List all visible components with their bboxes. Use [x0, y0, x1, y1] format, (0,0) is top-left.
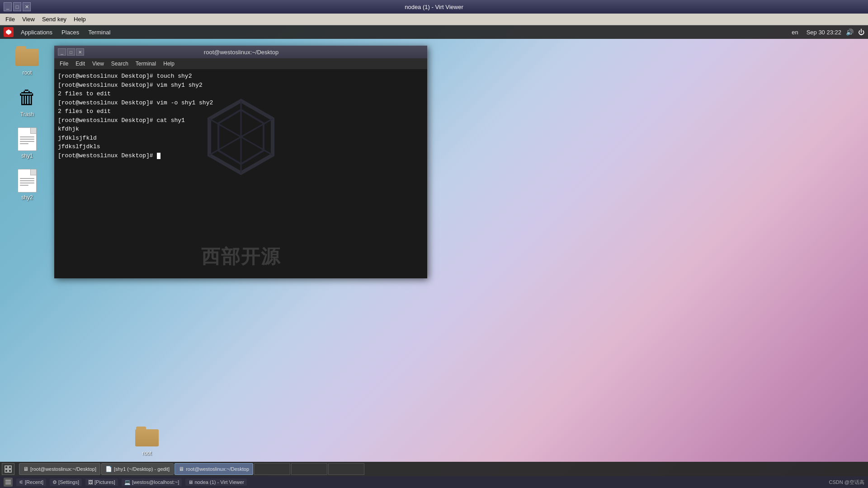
terminal-line-4: [root@westoslinux Desktop]# vim -o shy1 …	[58, 99, 424, 108]
terminal-minimize[interactable]: _	[58, 48, 66, 56]
terminal-menu-view[interactable]: View	[89, 60, 108, 68]
sysbar-pictures[interactable]: 🖼 [Pictures]	[85, 479, 118, 486]
applications-icon	[4, 27, 14, 37]
panel-lang[interactable]: en	[788, 27, 802, 38]
menu-file[interactable]: File	[2, 15, 19, 23]
desktop-icon-root[interactable]: root	[9, 43, 45, 76]
taskbar-label-gedit: [shy1 (~/Desktop) - gedit]	[114, 466, 170, 472]
svg-rect-7	[9, 466, 11, 469]
terminal-menu-terminal[interactable]: Terminal	[132, 60, 160, 68]
taskbar-item-terminal2[interactable]: 🖥 root@westoslinux:~/Desktop	[175, 463, 253, 475]
menu-help[interactable]: Help	[70, 15, 90, 23]
taskbar-item-gedit[interactable]: 📄 [shy1 (~/Desktop) - gedit]	[101, 463, 174, 475]
terminal2-icon: 🖥	[179, 466, 184, 472]
terminal-line-7: kfdhjk	[58, 125, 424, 134]
icon-label-shy1: shy1	[21, 153, 33, 159]
menu-view[interactable]: View	[19, 15, 38, 23]
svg-rect-12	[5, 483, 11, 484]
close-button[interactable]: ✕	[23, 2, 31, 11]
terminal-maximize[interactable]: □	[67, 48, 75, 56]
virt-viewer-window: _ □ ✕ nodea (1) - Virt Viewer File View …	[0, 0, 868, 488]
terminal-titlebar: _ □ ✕ root@westoslinux:~/Desktop	[54, 46, 427, 58]
taskbar-label-terminal2: root@westoslinux:~/Desktop	[186, 466, 249, 472]
folder-image-bottom	[134, 424, 160, 449]
panel-terminal[interactable]: Terminal	[85, 27, 114, 38]
terminal-menubar: File Edit View Search Terminal Help	[54, 58, 427, 69]
terminal-window: _ □ ✕ root@westoslinux:~/Desktop File Ed…	[54, 46, 427, 278]
terminal-title: root@westoslinux:~/Desktop	[84, 49, 398, 56]
terminal-menu-file[interactable]: File	[56, 60, 72, 68]
sysbar-recent[interactable]: ⚟ [Recent]	[16, 479, 46, 486]
terminal-line-5: 2 files to edit	[58, 107, 424, 116]
top-panel-left: Applications Places Terminal	[4, 27, 114, 38]
desktop-icons: root 🗑 Trash	[9, 43, 45, 201]
power-icon[interactable]: ⏻	[858, 28, 864, 36]
virt-viewer-titlebar: _ □ ✕ nodea (1) - Virt Viewer	[0, 0, 868, 14]
terminal-line-6: [root@westoslinux Desktop]# cat shy1	[58, 116, 424, 125]
desktop-icon-shy2[interactable]: shy2	[9, 168, 45, 201]
terminal-line-active: [root@westoslinux Desktop]#	[58, 151, 424, 160]
icon-label-root: root	[23, 70, 32, 76]
minimize-button[interactable]: _	[4, 2, 12, 11]
gedit-icon: 📄	[105, 466, 112, 472]
sysbar-right: CSDN @空话高	[829, 479, 864, 486]
svg-rect-9	[9, 469, 11, 472]
terminal-menu-edit[interactable]: Edit	[72, 60, 89, 68]
desktop-area: Applications Places Terminal en Sep 30 2…	[0, 25, 868, 488]
terminal-menu-search[interactable]: Search	[108, 60, 132, 68]
sysbar-left: ⚟ [Recent] ⚙ [Settings] 🖼 [Pictures] 💻 […	[4, 478, 247, 487]
taskbar-show-desktop[interactable]	[2, 463, 14, 475]
desktop-icon-trash[interactable]: 🗑 Trash	[9, 85, 45, 117]
terminal-line-9: jfdkslfjdkls	[58, 142, 424, 151]
sysbar-brand: CSDN @空话高	[829, 479, 864, 485]
terminal-line-8: jfdklsjfkld	[58, 134, 424, 143]
top-panel-right: en Sep 30 23:22 🔊 ⏻	[788, 27, 864, 38]
shy2-image	[14, 168, 40, 193]
desktop-icon-root-bottom[interactable]: root	[129, 424, 165, 456]
bottom-taskbar: 🖥 [root@westoslinux:~/Desktop] 📄 [shy1 (…	[0, 462, 868, 476]
taskbar-empty-3	[328, 463, 364, 475]
terminal-menu-help[interactable]: Help	[160, 60, 178, 68]
icon-label-shy2: shy2	[21, 194, 33, 201]
icon-label-trash: Trash	[20, 111, 34, 117]
watermark-text: 西部开源	[201, 244, 281, 269]
taskbar-label-terminal1: [root@westoslinux:~/Desktop]	[30, 466, 96, 472]
desktop-icon-shy1[interactable]: shy1	[9, 127, 45, 159]
system-bar: ⚟ [Recent] ⚙ [Settings] 🖼 [Pictures] 💻 […	[0, 476, 868, 488]
sysbar-menu-btn[interactable]	[4, 478, 13, 487]
terminal-line-2: [root@westoslinux Desktop]# vim shy1 shy…	[58, 81, 424, 90]
sysbar-virtviewer[interactable]: 🖥 nodea (1) - Virt Viewer	[185, 479, 247, 486]
terminal-line-3: 2 files to edit	[58, 89, 424, 99]
maximize-button[interactable]: □	[13, 2, 21, 11]
terminal-line-1: [root@westoslinux Desktop]# touch shy2	[58, 72, 424, 81]
shy1-image	[14, 127, 40, 152]
taskbar-empty-2	[291, 463, 327, 475]
svg-rect-6	[5, 466, 8, 469]
trash-icon: 🗑	[18, 87, 37, 108]
svg-marker-0	[6, 29, 11, 35]
top-panel: Applications Places Terminal en Sep 30 2…	[0, 25, 868, 39]
taskbar-empty-1	[254, 463, 290, 475]
svg-rect-11	[5, 482, 11, 483]
sysbar-settings[interactable]: ⚙ [Settings]	[50, 479, 82, 486]
panel-places[interactable]: Places	[58, 27, 83, 38]
terminal-cursor	[157, 153, 160, 159]
terminal-body[interactable]: 西部开源 [root@westoslinux Desktop]# touch s…	[54, 69, 427, 278]
volume-icon[interactable]: 🔊	[846, 28, 854, 36]
virt-viewer-menubar: File View Send key Help	[0, 14, 868, 25]
icon-label-root-bottom: root	[142, 450, 152, 456]
virt-viewer-title: nodea (1) - Virt Viewer	[31, 4, 837, 10]
panel-applications[interactable]: Applications	[17, 27, 56, 38]
folder-image	[14, 43, 40, 69]
terminal-close[interactable]: ✕	[76, 48, 84, 56]
svg-rect-10	[5, 480, 11, 481]
panel-datetime: Sep 30 23:22	[807, 29, 841, 36]
menu-send-key[interactable]: Send key	[38, 15, 70, 23]
sysbar-localhost[interactable]: 💻 [westos@localhost:~]	[122, 479, 182, 486]
terminal-icon: 🖥	[23, 466, 28, 472]
trash-image: 🗑	[14, 85, 40, 110]
svg-rect-8	[5, 469, 8, 472]
taskbar-item-terminal1[interactable]: 🖥 [root@westoslinux:~/Desktop]	[19, 463, 100, 475]
